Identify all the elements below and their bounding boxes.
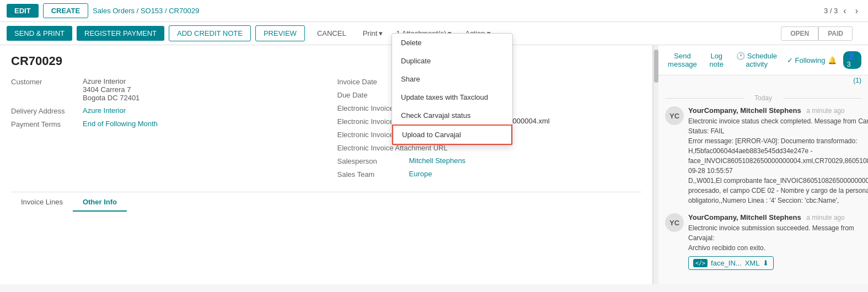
customer-value: Azure Interior 3404 Carrera 7 Bogota DC … [83,77,140,102]
status-paid[interactable]: PAID [818,26,853,41]
pagination-text: 3 / 3 [824,7,838,15]
salesperson-field: Salesperson Mitchell Stephens [337,156,642,165]
delivery-address-label: Delivery Address [11,106,83,115]
person-icon: 👤 [847,52,856,60]
preview-button[interactable]: PREVIEW [255,25,305,41]
tabs-bar: Invoice Lines Other Info [11,192,641,212]
form-area: CR70029 Customer Azure Interior 3404 Car… [0,45,653,284]
customer-name[interactable]: Azure Interior [83,77,140,85]
attachment-chip[interactable]: </> face_IN... XML ⬇ [688,256,774,270]
schedule-activity-label: Schedule activity [746,52,777,68]
dropdown-item-share[interactable]: Share [392,70,512,88]
msg-author-2: YourCompany, Mitchell Stephens [688,213,801,221]
payment-terms-label: Payment Terms [11,120,83,128]
register-payment-button[interactable]: REGISTER PAYMENT [77,26,164,41]
following-label: Following [795,56,826,64]
dropdown-item-duplicate[interactable]: Duplicate [392,52,512,70]
customer-field: Customer Azure Interior 3404 Carrera 7 B… [11,77,315,102]
msg-author-1: YourCompany, Mitchell Stephens [688,106,801,115]
log-note-button[interactable]: Log note [706,50,727,71]
cancel-button[interactable]: CANCEL [309,26,354,41]
download-icon[interactable]: ⬇ [763,259,769,267]
chatter-actions: Send message Log note 🕐 Schedule activit… [658,45,868,75]
sales-team-label: Sales Team [337,170,409,179]
form-col-left: Customer Azure Interior 3404 Carrera 7 B… [11,77,315,183]
payment-terms-value[interactable]: End of Following Month [83,120,158,128]
status-group: OPEN PAID [781,26,853,41]
following-button[interactable]: ✓ Following 🔔 [787,56,837,64]
send-print-button[interactable]: SEND & PRINT [7,26,72,41]
status-open[interactable]: OPEN [781,26,818,41]
attachment-name: face_IN... [711,259,742,267]
add-credit-note-button[interactable]: ADD CREDIT NOTE [169,25,251,41]
msg-content-1: YourCompany, Mitchell Stephens a minute … [688,106,868,206]
followers-count: 3 [847,60,851,68]
msg-body-2: Electronic invoice submission succeeded.… [688,223,861,253]
sales-team-field: Sales Team Europe [337,170,642,179]
print-chevron-icon: ▾ [379,29,383,37]
msg-content-2: YourCompany, Mitchell Stephens a minute … [688,213,861,270]
chatter-body: Today YC YourCompany, Mitchell Stephens … [658,85,868,284]
form-grid: Customer Azure Interior 3404 Carrera 7 B… [11,77,641,183]
customer-address2: Bogota DC 72401 [83,94,140,102]
customer-label: Customer [11,77,83,86]
breadcrumb-so153[interactable]: SO153 [141,7,163,15]
breadcrumb-cr70029: CR70029 [169,7,199,15]
day-divider: Today [665,94,861,102]
print-label: Print [363,29,378,37]
dropdown-item-upload-carvajal[interactable]: Upload to Carvajal [392,125,512,145]
message-1: YC YourCompany, Mitchell Stephens a minu… [665,106,861,206]
delivery-address-value[interactable]: Azure Interior [83,106,126,115]
chatter: Send message Log note 🕐 Schedule activit… [658,45,868,284]
msg-time-1: a minute ago [806,107,844,115]
payment-terms-field: Payment Terms End of Following Month [11,120,315,128]
schedule-activity-button[interactable]: 🕐 Schedule activity [733,50,780,71]
message-2: YC YourCompany, Mitchell Stephens a minu… [665,213,861,270]
avatar-2: YC [665,213,684,232]
avatar-1: YC [665,106,684,125]
checkmark-icon: ✓ [787,56,793,64]
bell-icon: 🔔 [828,56,837,64]
msg-time-2: a minute ago [806,214,844,221]
invoice-title: CR70029 [11,54,641,68]
customer-address1: 3404 Carrera 7 [83,85,140,94]
scroll-thumb [654,50,658,83]
prev-button[interactable]: ‹ [840,5,849,17]
print-button[interactable]: Print ▾ [358,26,388,41]
clock-icon: 🕐 [736,52,747,60]
salesperson-value[interactable]: Mitchell Stephens [409,156,466,165]
breadcrumb-sales-orders[interactable]: Sales Orders [93,7,135,15]
dropdown-item-delete[interactable]: Delete [392,34,512,52]
breadcrumb: Sales Orders / SO153 / CR70029 [93,7,819,15]
action-dropdown-menu: Delete Duplicate Share Update taxes with… [392,33,513,145]
notification-badge: (1) [658,75,868,85]
salesperson-label: Salesperson [337,156,409,165]
edit-button[interactable]: EDIT [7,4,39,18]
delivery-address-field: Delivery Address Azure Interior [11,106,315,115]
followers-badge: 👤 3 [843,51,861,69]
next-button[interactable]: › [852,5,861,17]
top-bar: EDIT CREATE Sales Orders / SO153 / CR700… [0,0,868,22]
msg-body-1: Electronic invoice status check complete… [688,116,868,206]
pagination: 3 / 3 ‹ › [824,5,861,17]
breadcrumb-separator1: / [137,7,141,15]
attachment-type: XML [745,259,760,267]
create-button[interactable]: CREATE [43,3,88,18]
send-message-button[interactable]: Send message [665,50,700,71]
dropdown-item-check-carvajal[interactable]: Check Carvajal status [392,106,512,125]
scroll-bar[interactable] [653,45,658,284]
xml-icon: </> [693,259,708,267]
sales-team-value[interactable]: Europe [409,170,432,178]
tab-invoice-lines[interactable]: Invoice Lines [11,192,73,212]
tab-other-info[interactable]: Other Info [73,192,127,212]
dropdown-item-update-taxes[interactable]: Update taxes with Taxcloud [392,88,512,106]
